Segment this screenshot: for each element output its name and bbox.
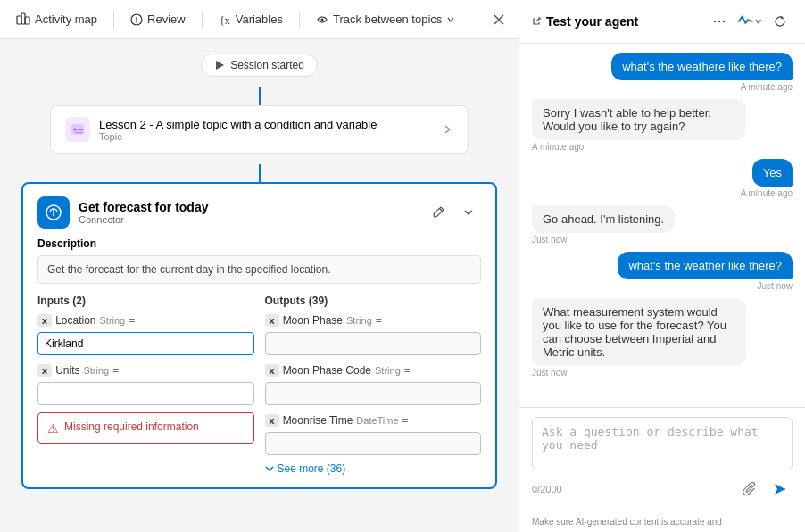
- chevron-down-icon: [446, 15, 455, 24]
- brand-icon-button[interactable]: [737, 9, 762, 34]
- connector-title-area: Get forecast for today Connector: [37, 196, 208, 229]
- nav-variables[interactable]: {x} Variables: [210, 7, 292, 31]
- msg-bot-3: What measurement system would you like t…: [532, 298, 746, 366]
- more-options-button[interactable]: [707, 9, 732, 34]
- msg-group-1: what's the weathere like there? A minute…: [532, 53, 793, 92]
- nav-track-between-topics[interactable]: Track between topics: [307, 7, 464, 31]
- output-moonrisetime-field[interactable]: [265, 432, 482, 455]
- svg-rect-2: [25, 17, 29, 24]
- chevron-down-small-icon: [265, 464, 274, 473]
- nav-activity-map[interactable]: Activity map: [7, 7, 106, 32]
- send-button[interactable]: [768, 477, 793, 502]
- nav-review[interactable]: Review: [121, 7, 195, 31]
- description-text: Get the forecast for the current day in …: [37, 255, 481, 284]
- chat-input-footer: 0/2000: [532, 477, 793, 502]
- svg-point-20: [718, 21, 720, 22]
- output-moonphasecode-badge: x: [265, 364, 279, 377]
- chat-input[interactable]: [532, 417, 793, 470]
- connector-actions: [426, 200, 481, 225]
- msg-group-2: Sorry I wasn't able to help better. Woul…: [532, 99, 793, 152]
- outputs-section: Outputs (39) x Moon Phase String = x Moo…: [265, 295, 482, 475]
- nav-sep-2: [202, 11, 203, 29]
- chevron-right-icon: [443, 124, 453, 135]
- refresh-icon: [774, 15, 786, 28]
- topic-node[interactable]: Lesson 2 - A simple topic with a conditi…: [50, 105, 469, 154]
- inputs-section: Inputs (2) x Location String = x Units S…: [37, 295, 254, 475]
- chat-header: Test your agent: [519, 0, 805, 44]
- see-more-label: See more (36): [278, 462, 346, 475]
- chat-header-actions: [707, 9, 793, 34]
- svg-rect-0: [17, 16, 21, 24]
- output-moonphase-type: String: [346, 315, 372, 326]
- output-moonphase-field[interactable]: [265, 332, 482, 355]
- send-icon: [773, 482, 787, 496]
- nav-variables-label: Variables: [236, 12, 283, 26]
- variables-icon: {x}: [219, 13, 231, 26]
- output-moonphasecode-field[interactable]: [265, 382, 482, 405]
- svg-point-21: [723, 21, 725, 22]
- input-units-badge: x: [37, 364, 52, 377]
- msg-group-3: Yes A minute ago: [532, 159, 793, 198]
- see-more-button[interactable]: See more (36): [265, 462, 482, 475]
- input-units-name: Units: [55, 364, 79, 377]
- input-location-field[interactable]: [37, 332, 254, 355]
- output-moonphase-eq: =: [376, 314, 382, 327]
- output-moonphasecode-type: String: [375, 365, 401, 376]
- session-started-button[interactable]: Session started: [201, 54, 318, 77]
- map-icon: [16, 12, 30, 27]
- svg-point-19: [714, 21, 716, 22]
- chat-messages: what's the weathere like there? A minute…: [519, 44, 805, 407]
- output-moonphasecode-eq: =: [404, 364, 411, 377]
- output-moonphase-badge: x: [265, 314, 279, 327]
- io-grid: Inputs (2) x Location String = x Units S…: [37, 295, 481, 475]
- connector-node-title: Get forecast for today: [79, 200, 208, 214]
- top-nav: Activity map Review {x} Variables Track …: [0, 0, 519, 39]
- output-moonphase-name: Moon Phase: [283, 314, 343, 327]
- track-icon: [316, 13, 328, 26]
- description-label: Description: [37, 237, 481, 250]
- left-panel: Activity map Review {x} Variables Track …: [0, 0, 519, 532]
- input-units-eq: =: [112, 364, 119, 377]
- connector-line-top: [259, 87, 261, 105]
- chat-title-area: Test your agent: [532, 14, 638, 29]
- disclaimer-text: Make sure AI-generated content is accura…: [519, 511, 805, 532]
- output-moonphasecode-name: Moon Phase Code: [283, 364, 371, 377]
- svg-line-17: [440, 209, 443, 212]
- input-row-units: x Units String =: [37, 364, 254, 377]
- connector-node-icon: [37, 196, 70, 229]
- error-text: Missing required information: [64, 420, 199, 433]
- svg-marker-10: [216, 61, 224, 70]
- topic-icon: [65, 117, 90, 142]
- connector-node: Get forecast for today Connector: [21, 182, 497, 489]
- input-location-type: String: [100, 315, 126, 326]
- topic-node-title: Lesson 2 - A simple topic with a conditi…: [99, 118, 377, 131]
- nav-track-label: Track between topics: [333, 12, 442, 26]
- svg-text:{x}: {x}: [220, 14, 231, 26]
- input-location-eq: =: [129, 314, 135, 327]
- attach-button[interactable]: [737, 477, 762, 502]
- output-moonrisetime-name: Moonrise Time: [283, 414, 353, 427]
- chat-title: Test your agent: [546, 14, 638, 29]
- session-started-container: Session started: [14, 54, 504, 77]
- output-moonrisetime-badge: x: [265, 414, 279, 427]
- nav-close-button[interactable]: [486, 7, 511, 32]
- topic-node-subtitle: Topic: [99, 131, 377, 142]
- edit-button[interactable]: [426, 200, 451, 225]
- msg-bot-1: Sorry I wasn't able to help better. Woul…: [532, 99, 746, 140]
- topic-node-left: Lesson 2 - A simple topic with a conditi…: [65, 117, 377, 142]
- input-location-name: Location: [55, 314, 95, 327]
- msg-group-5: what's the weather like there? Just now: [532, 252, 793, 291]
- connector-line-mid: [259, 164, 261, 182]
- refresh-button[interactable]: [768, 9, 793, 34]
- collapse-button[interactable]: [456, 200, 481, 225]
- nav-activity-map-label: Activity map: [35, 12, 97, 26]
- msg-user-2: Yes: [752, 159, 793, 187]
- svg-point-5: [136, 21, 137, 22]
- input-units-field[interactable]: [37, 382, 254, 405]
- brand-logo-icon: [737, 14, 754, 29]
- nav-sep-3: [299, 11, 300, 29]
- paperclip-icon: [743, 482, 757, 496]
- review-icon: [130, 13, 143, 26]
- output-row-moonphasecode: x Moon Phase Code String =: [265, 364, 482, 377]
- input-units-type: String: [83, 365, 109, 376]
